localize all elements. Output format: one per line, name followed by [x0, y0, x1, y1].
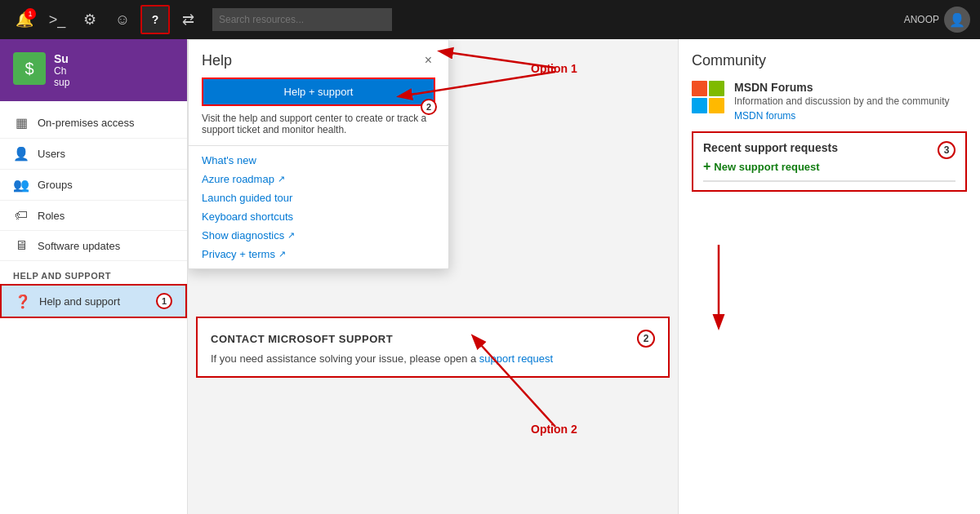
logo-green: [709, 81, 724, 96]
recent-support-box: Recent support requests 3 + New support …: [692, 131, 967, 192]
msdn-row: MSDN Forums Information and discussion b…: [692, 81, 967, 122]
top-navigation: 🔔 1 >_ ⚙ ☺ ? ⇄ ANOOP 👤: [0, 0, 980, 39]
user-name: ANOOP: [904, 14, 939, 25]
search-area: [212, 8, 894, 31]
card-sub2: sup: [54, 77, 69, 88]
contact-support-badge-2: 2: [637, 330, 655, 348]
settings-icon[interactable]: ⚙: [75, 5, 105, 34]
sidebar-item-users[interactable]: 👤 Users: [0, 139, 187, 170]
logo-red: [692, 81, 707, 96]
support-request-link[interactable]: support request: [479, 352, 553, 365]
sidebar-item-onpremises[interactable]: ▦ On-premises access: [0, 108, 187, 139]
card-dollar-icon: $: [13, 52, 46, 85]
terminal-icon[interactable]: >_: [42, 5, 72, 34]
help-panel: Help × Help + support 2 Visit the help a…: [188, 39, 449, 269]
card-title: Su: [54, 52, 69, 65]
onpremises-icon: ▦: [13, 115, 29, 131]
azure-roadmap-link[interactable]: Azure roadmap ↗: [202, 173, 435, 185]
feedback-icon[interactable]: ☺: [108, 5, 137, 34]
logo-yellow: [709, 98, 724, 113]
keyboard-shortcuts-link[interactable]: Keyboard shortcuts: [202, 210, 435, 223]
msdn-forums-link[interactable]: MSDN forums: [734, 110, 949, 122]
show-diagnostics-link[interactable]: Show diagnostics ↗: [202, 229, 435, 241]
help-badge-1: 1: [156, 293, 172, 309]
card-text: Su Ch sup: [54, 52, 69, 88]
msdn-info: MSDN Forums Information and discussion b…: [734, 81, 949, 122]
external-icon-2: ↗: [287, 230, 295, 241]
main-layout: $ Su Ch sup ▦ On-premises access 👤 Users…: [0, 39, 980, 514]
sidebar-item-groups[interactable]: 👥 Groups: [0, 170, 187, 201]
external-icon: ↗: [278, 174, 285, 184]
card-subtitle: Ch: [54, 65, 69, 77]
sidebar-label-groups: Groups: [38, 179, 73, 191]
option2-annotation: Option 2: [531, 423, 577, 436]
right-panel: Community MSDN Forums Information and di…: [678, 39, 980, 514]
msdn-name: MSDN Forums: [734, 81, 949, 94]
community-title: Community: [692, 52, 967, 69]
contact-support-title: CONTACT MICROSOFT SUPPORT: [211, 333, 393, 345]
sidebar-label-users: Users: [38, 148, 65, 160]
users-icon: 👤: [13, 146, 29, 162]
help-icon[interactable]: ?: [140, 5, 170, 34]
option1-annotation: Option 1: [531, 62, 577, 75]
help-panel-title: Help: [202, 52, 232, 69]
recent-support-title: Recent support requests: [703, 141, 838, 154]
contact-support-body: If you need assistance solving your issu…: [211, 352, 655, 365]
new-support-btn-label: New support request: [714, 161, 819, 173]
logo-blue: [692, 98, 707, 113]
avatar[interactable]: 👤: [944, 7, 970, 33]
sidebar-item-software-updates[interactable]: 🖥 Software updates: [0, 231, 187, 261]
sidebar-item-help-support[interactable]: ❓ Help and support 1: [0, 284, 187, 318]
notification-icon[interactable]: 🔔 1: [10, 5, 39, 34]
help-panel-header: Help ×: [189, 40, 448, 78]
help-section-title: HELP AND SUPPORT: [0, 261, 187, 284]
help-support-icon: ❓: [15, 294, 31, 309]
help-panel-description: Visit the help and support center to cre…: [189, 113, 448, 146]
user-area: ANOOP 👤: [904, 7, 970, 33]
sidebar-card: $ Su Ch sup: [0, 39, 187, 101]
software-updates-icon: 🖥: [13, 238, 29, 253]
recent-support-badge-3: 3: [938, 141, 956, 159]
msdn-logo: [692, 81, 724, 113]
help-support-button[interactable]: Help + support: [202, 78, 435, 106]
whats-new-link[interactable]: What's new: [202, 154, 435, 166]
sidebar-nav: ▦ On-premises access 👤 Users 👥 Groups 🏷 …: [0, 101, 187, 325]
nav-icons: 🔔 1 >_ ⚙ ☺ ? ⇄: [10, 5, 203, 34]
plus-icon: +: [703, 159, 710, 174]
search-input[interactable]: [212, 8, 392, 31]
new-support-request-button[interactable]: + New support request: [703, 159, 956, 174]
sidebar-item-roles[interactable]: 🏷 Roles: [0, 201, 187, 231]
contact-support-box: CONTACT MICROSOFT SUPPORT 2 If you need …: [196, 317, 670, 378]
notification-badge: 1: [24, 8, 36, 20]
help-links: What's new Azure roadmap ↗ Launch guided…: [189, 146, 448, 268]
close-icon[interactable]: ×: [421, 50, 435, 71]
groups-icon: 👥: [13, 177, 29, 193]
portal-icon[interactable]: ⇄: [173, 5, 203, 34]
roles-icon: 🏷: [13, 208, 29, 223]
external-icon-3: ↗: [278, 249, 286, 259]
privacy-terms-link[interactable]: Privacy + terms ↗: [202, 248, 435, 260]
help-btn-badge-2: 2: [421, 99, 437, 115]
sidebar-label-roles: Roles: [38, 210, 65, 222]
guided-tour-link[interactable]: Launch guided tour: [202, 192, 435, 204]
sidebar: $ Su Ch sup ▦ On-premises access 👤 Users…: [0, 39, 188, 514]
sidebar-label-help-support: Help and support: [39, 295, 120, 308]
main-content: Help × Help + support 2 Visit the help a…: [188, 39, 678, 514]
sidebar-label-software-updates: Software updates: [38, 240, 120, 252]
msdn-desc: Information and discussion by and the co…: [734, 95, 949, 107]
divider: [703, 180, 956, 182]
sidebar-label-onpremises: On-premises access: [38, 117, 134, 129]
